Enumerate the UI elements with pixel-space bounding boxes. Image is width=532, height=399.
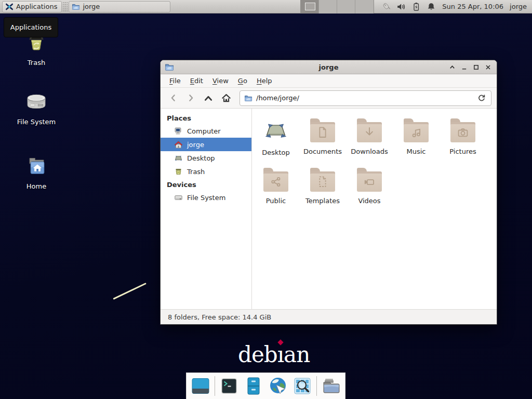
file-item-videos[interactable]: Videos (346, 168, 393, 217)
sidebar-item-computer[interactable]: Computer (161, 124, 251, 138)
workspace-2[interactable] (319, 0, 337, 14)
menu-view[interactable]: View (208, 74, 233, 87)
folder-icon (310, 168, 335, 192)
applications-tooltip: Applications (4, 17, 58, 37)
dock-separator (215, 376, 215, 396)
xfce-logo-icon (5, 3, 14, 11)
up-button[interactable] (201, 91, 216, 105)
location-input[interactable] (256, 94, 474, 102)
sidebar-item-trash[interactable]: Trash (161, 165, 251, 178)
show-desktop-icon[interactable] (190, 376, 211, 396)
sidebar: PlacesComputerjorgeDesktopTrashDevicesFi… (161, 109, 252, 309)
sidebar-item-label: Computer (187, 127, 221, 135)
file-item-templates[interactable]: Templates (299, 168, 346, 217)
file-list-area[interactable]: DesktopDocumentsDownloadsMusicPicturesPu… (252, 109, 497, 309)
tooltip-text: Applications (10, 23, 51, 31)
sidebar-item-desktop[interactable]: Desktop (161, 151, 251, 165)
file-item-label: Desktop (262, 149, 290, 156)
workspace-switcher (300, 0, 374, 14)
menu-edit[interactable]: Edit (185, 74, 208, 87)
workspace-4[interactable] (355, 0, 374, 14)
file-item-pictures[interactable]: Pictures (440, 118, 486, 168)
folder-icon (357, 168, 382, 192)
music-emblem-icon (409, 126, 423, 140)
desktop-mini-icon (174, 154, 183, 163)
back-button[interactable] (166, 91, 180, 105)
file-item-public[interactable]: Public (252, 168, 299, 217)
top-panel: Applications jorge Sun 25 Apr, 10:06 jor… (0, 0, 532, 14)
workspace-3[interactable] (337, 0, 355, 14)
workspace-1[interactable] (301, 0, 319, 14)
forward-button[interactable] (183, 91, 198, 105)
folder-small-icon (72, 3, 80, 11)
dock (186, 373, 345, 399)
sidebar-item-label: Trash (187, 168, 205, 176)
desktop-icon-label: Trash (28, 59, 45, 66)
sidebar-item-label: jorge (187, 141, 204, 149)
close-button[interactable] (484, 63, 491, 71)
statusbar-text: 8 folders, Free space: 14.4 GiB (168, 313, 271, 321)
minimize-button[interactable] (460, 63, 468, 71)
sidebar-header-places: Places (161, 112, 251, 124)
camera-emblem-icon (456, 126, 470, 140)
video-emblem-icon (363, 175, 377, 189)
sidebar-header-devices: Devices (161, 178, 251, 191)
window-titlebar[interactable]: jorge (161, 60, 497, 74)
debian-red-diamond (277, 339, 283, 345)
user-menu[interactable]: jorge (510, 3, 527, 10)
template-emblem-icon (316, 175, 330, 189)
menu-file[interactable]: File (165, 74, 185, 87)
sidebar-item-jorge[interactable]: jorge (161, 138, 251, 151)
file-item-label: Videos (358, 197, 380, 205)
file-item-music[interactable]: Music (393, 118, 440, 168)
desktop-icon-file-system[interactable]: File System (5, 89, 68, 126)
applications-menu-button[interactable]: Applications (2, 1, 62, 12)
window-title: jorge (161, 63, 497, 71)
folder-icon (263, 168, 288, 192)
volume-icon[interactable] (396, 2, 406, 11)
terminal-icon[interactable] (219, 376, 240, 396)
menu-go[interactable]: Go (233, 74, 252, 87)
file-item-label: Documents (303, 148, 342, 155)
clock[interactable]: Sun 25 Apr, 10:06 (442, 3, 503, 10)
app-finder-icon[interactable] (292, 376, 313, 396)
toolbar (161, 88, 497, 109)
shade-button[interactable] (448, 63, 456, 71)
desktop-mat-icon (263, 118, 288, 143)
file-item-label: Templates (305, 197, 340, 205)
maximize-button[interactable] (472, 63, 480, 71)
file-item-documents[interactable]: Documents (299, 118, 346, 168)
file-item-desktop[interactable]: Desktop (252, 118, 299, 168)
home-big-icon (24, 154, 49, 179)
desktop-icon-home[interactable]: Home (5, 154, 68, 190)
panel-separator-handle[interactable] (63, 2, 68, 11)
mouse-icon[interactable] (381, 2, 391, 11)
debian-wordmark: debıan (238, 343, 310, 367)
file-manager-window: jorge FileEditViewGoHelp PlacesComputerj… (160, 60, 497, 325)
desktop-icon-label: Home (26, 182, 46, 190)
web-browser-icon[interactable] (268, 376, 288, 396)
file-item-downloads[interactable]: Downloads (346, 118, 393, 168)
file-item-label: Downloads (351, 148, 388, 155)
drive-big-icon (24, 89, 49, 114)
dock-folder-icon[interactable] (321, 376, 341, 396)
desktop-icon-label: File System (17, 118, 56, 126)
document-emblem-icon (316, 126, 330, 140)
share-emblem-icon (269, 175, 283, 189)
menu-help[interactable]: Help (252, 74, 277, 87)
taskbar-window-label: jorge (83, 3, 100, 10)
reload-icon[interactable] (477, 94, 487, 103)
taskbar-window-button[interactable]: jorge (69, 1, 170, 12)
battery-icon[interactable] (411, 2, 421, 11)
download-emblem-icon (363, 126, 377, 140)
file-cabinet-icon[interactable] (243, 376, 264, 396)
notifications-icon[interactable] (427, 2, 436, 11)
dock-separator (316, 376, 317, 396)
window-folder-icon (165, 62, 174, 72)
wordmark-i: ı (277, 342, 284, 367)
home-button[interactable] (219, 91, 233, 105)
wallpaper-line-art (113, 283, 146, 300)
location-bar[interactable] (240, 90, 491, 106)
sidebar-item-file-system[interactable]: File System (161, 191, 251, 204)
folder-icon (404, 118, 429, 142)
